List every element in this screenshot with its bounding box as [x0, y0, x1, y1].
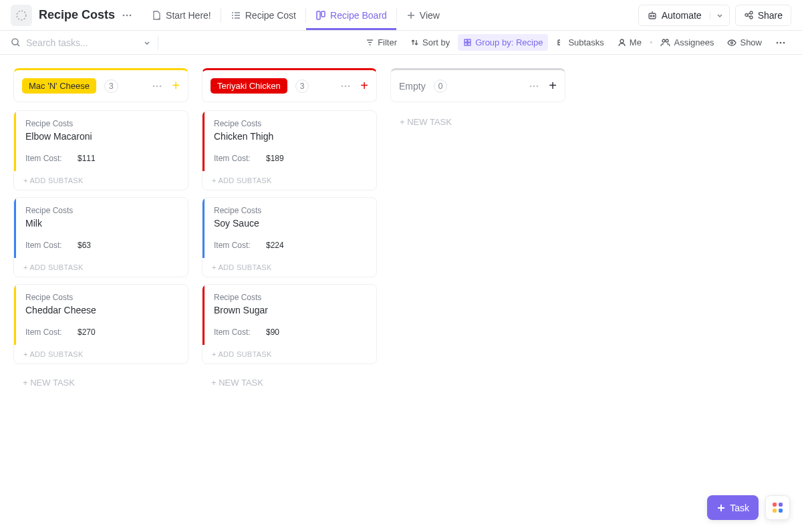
- card-list-name: Recipe Costs: [214, 119, 367, 128]
- sort-button[interactable]: Sort by: [405, 34, 455, 51]
- svg-rect-28: [464, 39, 467, 42]
- column-header[interactable]: Teriyaki Chicken3 +: [202, 68, 377, 102]
- svg-point-1: [123, 14, 125, 16]
- svg-point-45: [530, 85, 532, 87]
- card-list-name: Recipe Costs: [25, 119, 178, 128]
- add-subtask-button[interactable]: + ADD SUBTASK: [14, 258, 188, 277]
- board-column: Mac 'N' Cheese3 + Recipe Costs Elbow Mac…: [13, 68, 188, 394]
- toolbar-more-icon[interactable]: [770, 34, 791, 51]
- svg-point-2: [126, 14, 128, 16]
- svg-point-44: [348, 85, 350, 87]
- svg-point-34: [666, 39, 668, 42]
- svg-point-32: [620, 39, 624, 43]
- column-title: Empty: [399, 81, 426, 92]
- svg-point-41: [160, 85, 162, 87]
- filter-icon: [366, 38, 374, 47]
- card-list-name: Recipe Costs: [214, 206, 367, 215]
- tab-recipe-cost[interactable]: Recipe Cost: [221, 0, 305, 30]
- column-count: 0: [434, 80, 448, 93]
- column-add-icon[interactable]: +: [172, 78, 180, 94]
- page-title: Recipe Costs: [39, 8, 115, 22]
- svg-point-40: [156, 85, 158, 87]
- svg-point-18: [745, 14, 748, 17]
- chevron-down-icon[interactable]: [710, 11, 729, 19]
- add-subtask-button[interactable]: + ADD SUBTASK: [203, 171, 376, 190]
- card-list-name: Recipe Costs: [214, 293, 367, 302]
- search-input[interactable]: [26, 37, 120, 48]
- column-more-icon[interactable]: [529, 81, 539, 92]
- view-tabs: Start Here! Recipe Cost Recipe Board Vie…: [142, 0, 449, 30]
- show-button[interactable]: Show: [722, 34, 767, 51]
- floating-actions: Task: [707, 495, 790, 520]
- apps-fab[interactable]: [765, 495, 790, 520]
- plus-icon: [406, 11, 416, 20]
- column-header[interactable]: Mac 'N' Cheese3 +: [13, 68, 188, 102]
- svg-point-20: [750, 16, 753, 19]
- apps-icon: [773, 503, 783, 513]
- add-view-button[interactable]: View: [397, 0, 449, 30]
- automate-button[interactable]: Automate: [638, 5, 730, 26]
- svg-point-19: [750, 11, 753, 14]
- tab-label: Start Here!: [166, 10, 211, 21]
- separator-dot: •: [650, 37, 653, 47]
- assignees-label: Assignees: [674, 37, 714, 47]
- add-subtask-button[interactable]: + ADD SUBTASK: [14, 171, 188, 190]
- item-cost-value: $90: [266, 327, 279, 337]
- assignees-button[interactable]: Assignees: [655, 34, 719, 51]
- subtasks-button[interactable]: Subtasks: [551, 34, 609, 51]
- column-header[interactable]: Empty0 +: [390, 68, 565, 102]
- svg-point-0: [17, 11, 26, 20]
- item-cost-label: Item Cost:: [214, 154, 253, 163]
- svg-rect-30: [464, 43, 467, 45]
- task-card[interactable]: Recipe Costs Cheddar Cheese Item Cost: $…: [13, 284, 188, 364]
- search-wrap: [11, 37, 151, 48]
- item-cost-label: Item Cost:: [25, 327, 64, 337]
- people-icon: [660, 38, 670, 47]
- share-icon: [744, 10, 754, 20]
- group-by-button[interactable]: Group by: Recipe: [458, 34, 548, 51]
- tab-start-here[interactable]: Start Here!: [142, 0, 221, 30]
- tab-label: Recipe Board: [330, 10, 387, 21]
- task-card[interactable]: Recipe Costs Chicken Thigh Item Cost: $1…: [202, 110, 377, 190]
- new-task-button[interactable]: + NEW TASK: [202, 371, 377, 394]
- task-card[interactable]: Recipe Costs Elbow Macaroni Item Cost: $…: [13, 110, 188, 190]
- group-label: Group by: Recipe: [475, 37, 543, 47]
- svg-rect-11: [321, 11, 325, 17]
- card-title: Elbow Macaroni: [25, 131, 178, 142]
- chevron-down-icon[interactable]: [143, 39, 151, 47]
- item-cost-label: Item Cost:: [214, 241, 253, 250]
- title-more-icon[interactable]: [120, 9, 134, 22]
- new-task-button[interactable]: + NEW TASK: [13, 371, 188, 394]
- toolbar-separator: [158, 35, 158, 50]
- task-card[interactable]: Recipe Costs Milk Item Cost: $63 + ADD S…: [13, 197, 188, 277]
- svg-point-35: [731, 41, 733, 43]
- item-cost-value: $111: [78, 154, 96, 163]
- column-more-icon[interactable]: [152, 81, 162, 92]
- new-task-button[interactable]: + NEW TASK: [390, 110, 565, 134]
- column-add-icon[interactable]: +: [549, 78, 557, 94]
- new-task-fab[interactable]: Task: [707, 495, 759, 520]
- svg-line-24: [17, 44, 19, 46]
- sort-label: Sort by: [422, 37, 450, 47]
- me-button[interactable]: Me: [612, 34, 647, 51]
- svg-point-16: [653, 15, 654, 17]
- workspace-icon[interactable]: [11, 5, 32, 26]
- task-card[interactable]: Recipe Costs Soy Sauce Item Cost: $224 +…: [202, 197, 377, 277]
- task-card[interactable]: Recipe Costs Brown Sugar Item Cost: $90 …: [202, 284, 377, 364]
- share-button[interactable]: Share: [735, 5, 791, 26]
- add-subtask-button[interactable]: + ADD SUBTASK: [203, 258, 376, 277]
- filter-button[interactable]: Filter: [360, 34, 402, 51]
- svg-point-23: [12, 39, 18, 45]
- svg-point-33: [662, 39, 665, 42]
- me-label: Me: [630, 37, 642, 47]
- automate-label: Automate: [662, 10, 702, 21]
- tab-recipe-board[interactable]: Recipe Board: [306, 0, 396, 30]
- subtasks-label: Subtasks: [568, 37, 604, 47]
- svg-point-3: [130, 14, 132, 16]
- card-list-name: Recipe Costs: [25, 293, 178, 302]
- add-subtask-button[interactable]: + ADD SUBTASK: [203, 345, 376, 364]
- item-cost-value: $270: [78, 327, 96, 337]
- column-add-icon[interactable]: +: [360, 78, 368, 94]
- add-subtask-button[interactable]: + ADD SUBTASK: [14, 345, 188, 364]
- column-more-icon[interactable]: [340, 81, 351, 92]
